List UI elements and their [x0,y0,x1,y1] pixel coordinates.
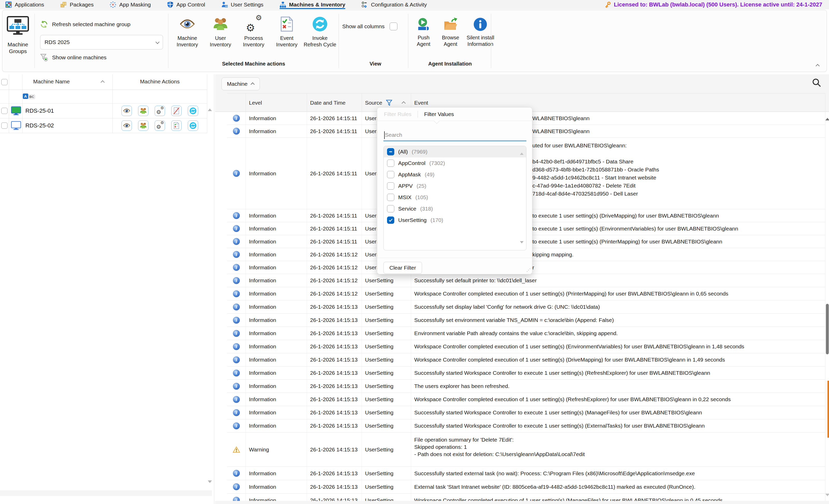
events-scroll-down[interactable] [825,496,829,501]
filter-item-checkbox[interactable] [387,205,394,212]
filter-item-checkbox[interactable] [387,194,394,201]
eye-action-button[interactable] [121,120,132,131]
machine-row[interactable]: RDS-25-01⚙⚙ [0,104,207,118]
tab-app-masking[interactable]: App Masking [110,0,150,9]
event-row[interactable]: iInformation26-1-2026 14:15:13UserSettin… [227,406,825,419]
process-inventory-button[interactable]: ⚙⚙ProcessInventory [237,16,270,48]
event-row[interactable]: iInformation26-1-2026 14:15:13UserSettin… [227,366,825,380]
doc-checkx-action-button[interactable] [171,120,182,131]
machine-groups-button[interactable]: MachineGroups [4,13,32,68]
machine-list-scroll-down[interactable] [208,483,212,488]
filter-funnel-icon[interactable] [386,100,392,106]
event-level: Information [246,209,307,222]
tab-filter-values[interactable]: Filter Values [424,111,454,117]
user-inventory-button[interactable]: UserInventory [204,16,237,48]
filter-list: (All)(7969)AppControl(7302)AppMask(49)AP… [384,146,527,250]
filter-search-input[interactable] [384,129,527,141]
users-action-button[interactable] [138,106,148,116]
tab-app-control[interactable]: App Control [167,0,205,9]
show-online-machines-button[interactable]: Show online machines [40,53,106,61]
event-row[interactable]: iInformation26-1-2026 14:15:12UserSettin… [227,274,825,287]
filter-item-checkbox[interactable] [387,159,394,167]
filter-item-count: (7969) [412,149,427,155]
button-label: InvokeRefresh Cycle [303,35,336,48]
tab-user-settings[interactable]: User Settings [221,0,263,9]
select-all-machines-checkbox[interactable] [1,79,7,85]
gears-action-button[interactable]: ⚙⚙ [155,120,165,131]
event-level-icon-cell: i [227,261,246,274]
events-scroll-up[interactable] [825,113,829,118]
event-row[interactable]: iInformation26-1-2026 14:15:13UserSettin… [227,327,825,340]
tab-configuration-activity[interactable]: Configuration & Activity [361,0,427,9]
date-column-header[interactable]: Date and Time [307,94,362,112]
invoke-refresh-cycle-button[interactable]: InvokeRefresh Cycle [303,16,336,48]
event-datetime: 26-1-2026 14:15:13 [307,406,362,419]
filter-item-usersetting[interactable]: UserSetting(170) [384,214,526,226]
event-row[interactable]: iInformation26-1-2026 14:15:13UserSettin… [227,419,825,433]
event-row[interactable]: iInformation26-1-2026 14:15:13UserSettin… [227,393,825,406]
filter-item-appv[interactable]: APPV(25) [384,180,526,192]
refresh-machine-group-button[interactable]: Refresh selected machine group [40,21,130,28]
machine-row[interactable]: RDS-25-02⚙⚙ [0,118,207,133]
gears-action-button[interactable]: ⚙⚙ [155,106,165,116]
machine-group-dropdown[interactable]: RDS 2025 [40,35,163,49]
clear-filter-button[interactable]: Clear Filter [384,262,422,274]
ribbon-toolbar: MachineGroups Refresh selected machine g… [2,10,827,72]
filter-item-checkbox[interactable] [387,148,394,155]
collapse-ribbon-button[interactable] [817,64,820,68]
tab-packages[interactable]: Packages [60,0,94,9]
info-icon: i [233,115,240,122]
tab-machines-inventory[interactable]: Machines & Inventory [280,0,345,9]
machine-select-checkbox[interactable] [1,122,7,129]
refresh-cyan-action-button[interactable] [188,106,198,116]
filter-list-scroll-up[interactable] [520,148,524,153]
refresh-cyan-action-button[interactable] [188,120,198,131]
event-row[interactable]: iInformation26-1-2026 14:15:13UserSettin… [227,467,825,480]
push-agent-button[interactable]: PushAgent [411,17,436,47]
event-inventory-button[interactable]: EventInventory [270,16,303,48]
button-label: PushAgent [417,34,430,47]
level-column-header[interactable]: Level [246,94,307,112]
machine-name-column-header[interactable]: Machine Name [33,78,70,85]
app-control-shield-icon [167,1,174,8]
browse-agent-button[interactable]: BrowseAgent [438,17,463,47]
filter-item--all-[interactable]: (All)(7969) [384,146,526,157]
filter-item-service[interactable]: Service(318) [384,203,526,214]
event-source: UserSetting [362,467,411,480]
filter-item-checkbox[interactable] [387,217,394,224]
tab-applications[interactable]: Applications [5,0,44,9]
filter-list-scroll-down[interactable] [520,244,524,248]
event-row[interactable]: iInformation26-1-2026 14:15:13UserSettin… [227,380,825,393]
filter-item-checkbox[interactable] [387,182,394,189]
event-level-icon-cell: i [227,300,246,313]
info-circle-icon [473,17,487,31]
doc-slash-action-button[interactable] [171,106,182,116]
machine-actions-column-header[interactable]: Machine Actions [112,78,207,85]
machine-list-scroll-up[interactable] [208,104,212,109]
machine-list-horizontal-scrollbar[interactable] [0,490,212,496]
machine-inventory-button[interactable]: MachineInventory [171,16,204,48]
filter-item-appcontrol[interactable]: AppControl(7302) [384,157,526,169]
event-row[interactable]: Warning26-1-2026 14:15:13UserSettingFile… [227,433,825,467]
eye-action-button[interactable] [121,106,132,116]
machine-select-checkbox[interactable] [1,108,7,114]
show-all-columns-checkbox[interactable] [390,23,397,30]
filter-item-appmask[interactable]: AppMask(49) [384,169,526,180]
event-row[interactable]: iInformation26-1-2026 14:15:13UserSettin… [227,480,825,494]
event-row[interactable]: iInformation26-1-2026 14:15:12UserSettin… [227,287,825,300]
machine-name: RDS-25-01 [25,107,54,114]
group-by-machine-chip[interactable]: Machine [221,77,260,91]
users-action-button[interactable] [138,120,148,131]
resize-grip-icon[interactable]: ⋰ [527,267,530,273]
events-scrollbar-thumb[interactable] [826,304,829,354]
filter-item-msix[interactable]: MSIX(105) [384,192,526,203]
event-row[interactable]: iInformation26-1-2026 14:15:13UserSettin… [227,300,825,314]
filter-item-checkbox[interactable] [387,171,394,178]
event-row[interactable]: iInformation26-1-2026 14:15:13UserSettin… [227,314,825,327]
search-icon[interactable] [812,78,821,87]
events-horizontal-scrollbar[interactable] [215,501,829,504]
machine-name-filter-row[interactable]: ABC [0,90,207,104]
event-row[interactable]: iInformation26-1-2026 14:15:13UserSettin… [227,353,825,366]
tab-filter-rules[interactable]: Filter Rules [384,111,411,117]
event-row[interactable]: iInformation26-1-2026 14:15:13UserSettin… [227,340,825,353]
